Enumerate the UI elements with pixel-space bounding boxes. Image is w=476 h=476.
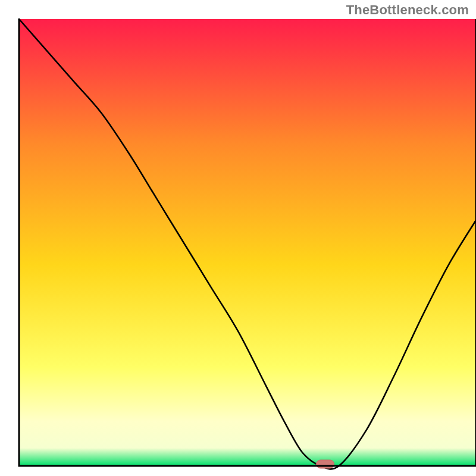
bottleneck-chart: [0, 0, 476, 476]
chart-container: TheBottleneck.com: [0, 0, 476, 476]
attribution-label: TheBottleneck.com: [346, 2, 469, 18]
minimum-marker: [317, 460, 334, 468]
plot-background: [19, 19, 476, 466]
